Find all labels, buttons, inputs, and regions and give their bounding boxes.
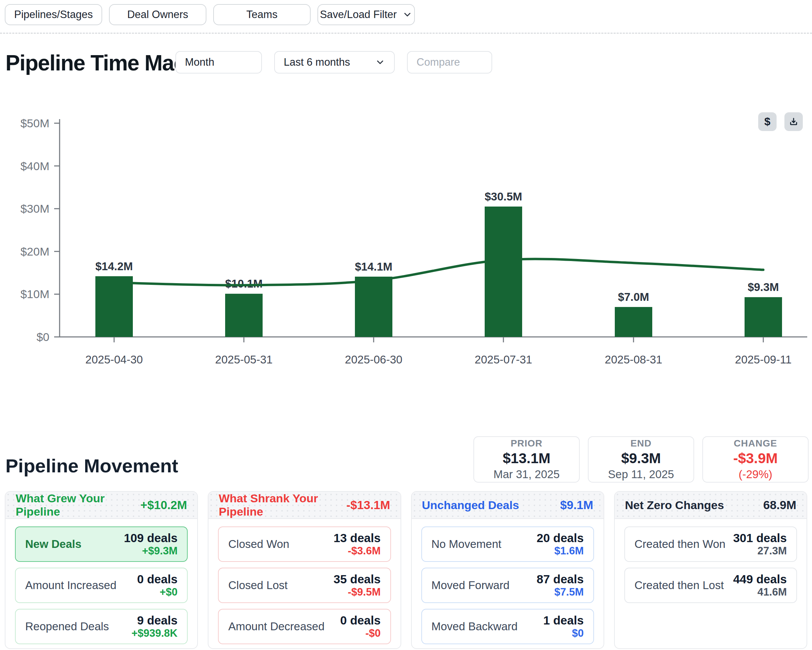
end-date: Sep 11, 2025 (608, 468, 674, 481)
date-range-select[interactable]: Last 6 months (274, 51, 395, 73)
movement-column-green: What Grew Your Pipeline+$10.2MNew Deals1… (5, 491, 198, 649)
y-axis-label: $50M (20, 117, 49, 129)
column-title: What Grew Your Pipeline (16, 492, 140, 518)
end-label: END (630, 438, 652, 449)
bar-value-label: $14.1M (355, 260, 392, 273)
movement-item-new-deals[interactable]: New Deals109 deals+$9.3M (15, 527, 188, 562)
item-amount: 27.3M (733, 545, 787, 557)
pipelines-stages-filter-button[interactable]: Pipelines/Stages (5, 4, 102, 25)
item-label: Moved Backward (432, 620, 518, 633)
movement-item-moved-forward[interactable]: Moved Forward87 deals$7.5M (421, 568, 594, 603)
y-axis-label: $30M (20, 202, 49, 215)
item-deal-count: 20 deals (537, 531, 584, 545)
trend-line (114, 259, 763, 285)
bar-value-label: $7.0M (618, 291, 649, 303)
chevron-down-icon (375, 57, 385, 67)
column-header: Unchanged Deals$9.1M (412, 492, 604, 519)
teams-filter-button[interactable]: Teams (213, 4, 311, 25)
item-label: Created then Lost (635, 579, 724, 592)
item-label: Closed Won (228, 538, 289, 551)
end-card: END $9.3M Sep 11, 2025 (588, 436, 694, 483)
item-values: 301 deals27.3M (733, 531, 787, 557)
item-values: 0 deals-$0 (340, 613, 381, 639)
pipeline-time-machine-chart: $0$10M$20M$30M$40M$50M$14.2M$10.1M$14.1M… (0, 112, 812, 381)
item-deal-count: 87 deals (537, 572, 584, 586)
x-axis-label: 2025-06-30 (345, 353, 403, 366)
movement-item-amount-decreased[interactable]: Amount Decreased0 deals-$0 (218, 609, 391, 644)
save-load-filter-button[interactable]: Save/Load Filter (317, 4, 415, 25)
item-label: Created then Won (635, 538, 725, 551)
column-total: $9.1M (560, 498, 593, 512)
x-axis-label: 2025-05-31 (215, 353, 273, 366)
item-values: 109 deals+$9.3M (124, 531, 178, 557)
movement-item-closed-won[interactable]: Closed Won13 deals-$3.6M (218, 527, 391, 562)
movement-columns: What Grew Your Pipeline+$10.2MNew Deals1… (5, 491, 807, 649)
prior-date: Mar 31, 2025 (493, 468, 560, 481)
item-deal-count: 109 deals (124, 531, 178, 545)
item-deal-count: 1 deals (543, 613, 584, 627)
column-total: -$13.1M (346, 498, 390, 512)
bar-2025-05-31[interactable] (225, 294, 263, 337)
item-deal-count: 301 deals (733, 531, 787, 545)
change-label: CHANGE (734, 438, 777, 449)
x-axis-label: 2025-09-11 (735, 353, 792, 366)
item-values: 35 deals-$9.5M (333, 572, 380, 598)
item-deal-count: 35 deals (333, 572, 380, 586)
item-amount: -$9.5M (333, 586, 380, 598)
teams-label: Teams (246, 9, 277, 21)
movement-column-blue: Unchanged Deals$9.1MNo Movement20 deals$… (411, 491, 604, 649)
bar-2025-09-11[interactable] (745, 297, 782, 337)
movement-summary-cards: PRIOR $13.1M Mar 31, 2025 END $9.3M Sep … (473, 436, 809, 483)
item-values: 1 deals$0 (543, 613, 584, 639)
column-body: Closed Won13 deals-$3.6MClosed Lost35 de… (208, 519, 400, 649)
item-label: New Deals (25, 538, 81, 551)
bar-2025-08-31[interactable] (615, 307, 652, 337)
item-amount: +$939.8K (131, 627, 177, 639)
change-percent: (-29%) (739, 468, 772, 481)
item-label: Reopened Deals (25, 620, 109, 633)
y-axis-label: $40M (20, 160, 49, 172)
item-deal-count: 9 deals (131, 613, 177, 627)
prior-label: PRIOR (511, 438, 543, 449)
movement-item-moved-backward[interactable]: Moved Backward1 deals$0 (421, 609, 594, 644)
movement-item-closed-lost[interactable]: Closed Lost35 deals-$9.5M (218, 568, 391, 603)
prior-value: $13.1M (503, 450, 550, 467)
column-header: What Grew Your Pipeline+$10.2M (5, 492, 197, 519)
item-deal-count: 0 deals (137, 572, 178, 586)
column-title: What Shrank Your Pipeline (219, 492, 346, 518)
item-amount: 41.6M (733, 586, 787, 598)
column-body: Created then Won301 deals27.3MCreated th… (615, 519, 807, 610)
x-axis-label: 2025-04-30 (85, 353, 143, 366)
y-axis-label: $10M (20, 288, 49, 300)
item-label: Amount Decreased (228, 620, 324, 633)
granularity-input[interactable] (176, 51, 262, 73)
bar-2025-04-30[interactable] (95, 276, 133, 337)
item-amount: $7.5M (537, 586, 584, 598)
date-range-value: Last 6 months (284, 56, 350, 69)
item-amount: $0 (543, 627, 584, 639)
column-title: Unchanged Deals (422, 499, 519, 512)
bar-value-label: $14.2M (95, 260, 133, 272)
bar-2025-06-30[interactable] (355, 277, 392, 337)
deal-owners-filter-button[interactable]: Deal Owners (109, 4, 206, 25)
end-value: $9.3M (621, 450, 661, 467)
column-header: What Shrank Your Pipeline-$13.1M (208, 492, 400, 519)
item-deal-count: 0 deals (340, 613, 381, 627)
movement-item-created-then-won[interactable]: Created then Won301 deals27.3M (624, 527, 797, 562)
chevron-down-icon (402, 9, 412, 20)
filter-bar: Pipelines/Stages Deal Owners Teams Save/… (5, 4, 415, 25)
bar-value-label: $9.3M (748, 281, 779, 293)
compare-input[interactable] (407, 51, 492, 73)
change-card: CHANGE -$3.9M (-29%) (702, 436, 809, 483)
item-deal-count: 13 deals (333, 531, 380, 545)
item-values: 20 deals$1.6M (537, 531, 584, 557)
movement-item-amount-increased[interactable]: Amount Increased0 deals+$0 (15, 568, 188, 603)
save-load-filter-label: Save/Load Filter (320, 9, 397, 21)
x-axis-label: 2025-07-31 (475, 353, 533, 366)
change-value: -$3.9M (733, 450, 778, 467)
bar-2025-07-31[interactable] (485, 207, 522, 337)
item-amount: +$0 (137, 586, 178, 598)
movement-item-no-movement[interactable]: No Movement20 deals$1.6M (421, 527, 594, 562)
movement-item-reopened-deals[interactable]: Reopened Deals9 deals+$939.8K (15, 609, 188, 644)
movement-item-created-then-lost[interactable]: Created then Lost449 deals41.6M (624, 568, 797, 603)
